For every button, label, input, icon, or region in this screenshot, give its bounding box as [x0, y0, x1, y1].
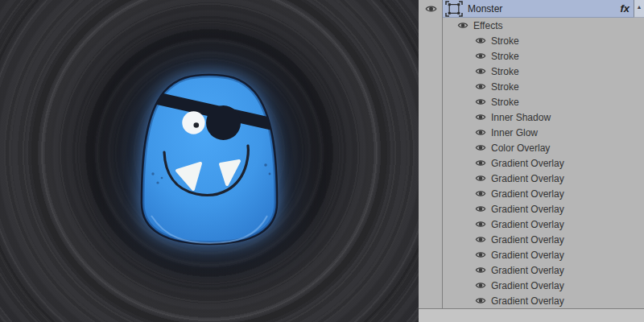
collapse-strip: ▲: [634, 0, 644, 18]
visibility-eye-icon[interactable]: [475, 159, 486, 167]
effect-label: Gradient Overlay: [491, 158, 564, 169]
effect-label: Stroke: [491, 35, 519, 47]
effect-row[interactable]: Gradient Overlay: [419, 201, 644, 217]
effect-label: Gradient Overlay: [491, 173, 564, 184]
effect-row[interactable]: Stroke: [419, 94, 644, 109]
effect-label: Inner Shadow: [491, 112, 551, 123]
effect-label: Gradient Overlay: [491, 280, 564, 291]
effect-row[interactable]: Gradient Overlay: [419, 278, 644, 293]
effect-label: Gradient Overlay: [491, 219, 564, 230]
effect-row[interactable]: Gradient Overlay: [419, 155, 644, 171]
visibility-eye-icon[interactable]: [475, 221, 486, 228]
effects-group-row[interactable]: Effects: [419, 18, 644, 33]
effect-label: Inner Glow: [491, 127, 538, 138]
effect-label: Stroke: [491, 81, 519, 93]
effect-label: Gradient Overlay: [491, 234, 564, 246]
effect-row[interactable]: Gradient Overlay: [419, 232, 644, 247]
effect-row[interactable]: Gradient Overlay: [419, 186, 644, 201]
visibility-eye-icon[interactable]: [475, 114, 486, 121]
visibility-eye-icon[interactable]: [475, 236, 486, 243]
effect-label: Gradient Overlay: [491, 265, 564, 276]
effect-label: Gradient Overlay: [491, 188, 564, 200]
effect-label: Stroke: [491, 51, 519, 62]
collapse-effects-icon[interactable]: ▲: [637, 4, 642, 17]
effect-row[interactable]: Stroke: [419, 48, 644, 64]
layer-row-monster[interactable]: Monster fx ▲: [419, 0, 644, 18]
layer-thumbnail-icon[interactable]: [445, 1, 463, 17]
effect-row[interactable]: Stroke: [419, 79, 644, 94]
effect-label: Stroke: [491, 97, 519, 108]
effect-row[interactable]: Gradient Overlay: [419, 293, 644, 308]
visibility-eye-icon[interactable]: [475, 205, 486, 213]
visibility-eye-icon[interactable]: [475, 52, 486, 60]
effect-row[interactable]: Stroke: [419, 33, 644, 48]
effects-list: Effects Stroke: [419, 18, 644, 308]
visibility-eye-icon[interactable]: [475, 37, 486, 44]
effect-label: Gradient Overlay: [491, 204, 564, 215]
effect-row[interactable]: Gradient Overlay: [419, 171, 644, 186]
effect-label: Gradient Overlay: [491, 250, 564, 261]
layer-visibility-eye-icon[interactable]: [425, 5, 437, 13]
effect-row[interactable]: Stroke: [419, 64, 644, 79]
visibility-eye-icon[interactable]: [475, 129, 486, 136]
effect-row[interactable]: Color Overlay: [419, 140, 644, 155]
layers-panel: Monster fx ▲ Effects: [419, 0, 644, 322]
monster-eye: [182, 111, 204, 134]
effect-label: Gradient Overlay: [491, 295, 564, 307]
visibility-eye-icon[interactable]: [475, 175, 486, 182]
canvas-artwork[interactable]: [0, 0, 419, 322]
photoshop-workspace: Monster fx ▲ Effects: [0, 0, 644, 322]
effect-row[interactable]: Gradient Overlay: [419, 262, 644, 278]
visibility-eye-icon[interactable]: [475, 297, 486, 304]
monster-pupil: [194, 122, 200, 128]
visibility-eye-icon[interactable]: [475, 98, 486, 105]
layer-name[interactable]: Monster: [468, 3, 502, 14]
fx-badge-icon[interactable]: fx: [620, 2, 634, 14]
effects-group-label: Effects: [473, 20, 502, 31]
eye-patch: [206, 105, 241, 140]
effect-row[interactable]: Inner Shadow: [419, 109, 644, 125]
visibility-eye-icon[interactable]: [475, 144, 486, 151]
effect-label: Stroke: [491, 66, 519, 77]
visibility-eye-icon[interactable]: [475, 251, 486, 258]
monster-illustration: [0, 0, 419, 322]
visibility-eye-icon[interactable]: [475, 266, 486, 274]
visibility-eye-icon[interactable]: [475, 83, 486, 90]
visibility-eye-icon[interactable]: [457, 22, 469, 29]
effect-row[interactable]: Inner Glow: [419, 125, 644, 140]
effect-row[interactable]: Gradient Overlay: [419, 247, 644, 262]
visibility-eye-icon[interactable]: [475, 190, 486, 197]
visibility-eye-icon[interactable]: [475, 282, 486, 289]
visibility-eye-icon[interactable]: [475, 68, 486, 75]
effect-row[interactable]: Gradient Overlay: [419, 217, 644, 232]
effect-label: Color Overlay: [491, 142, 550, 154]
panel-footer: [419, 308, 644, 322]
